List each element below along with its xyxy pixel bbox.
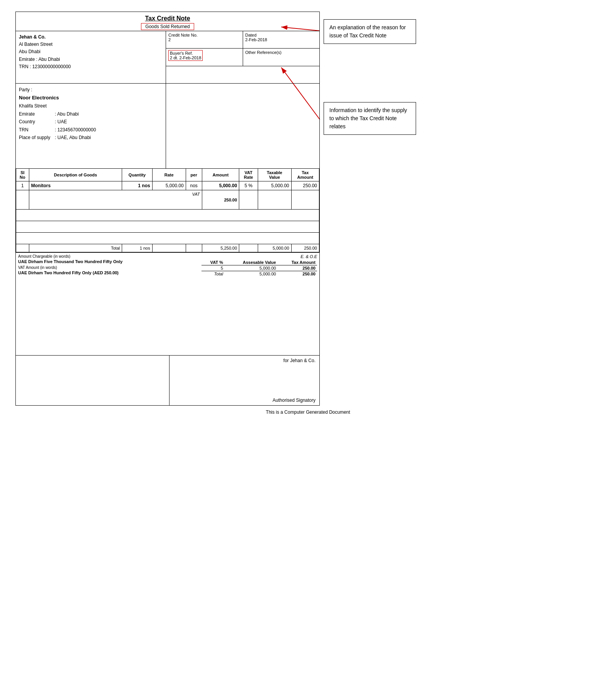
col-header-sl: SlNo [16,169,29,181]
total-taxable: 5,000.00 [258,244,291,252]
buyer-ref-value: 2 dt. 2-Feb-2018 [170,55,201,60]
document-header: Tax Credit Note Goods Sold Returned [16,12,319,31]
credit-note-info: Credit Note No. 2 Dated 2-Feb-2018 Buyer… [166,31,319,83]
item-vatrate: 5 % [239,181,258,190]
dated-cell: Dated 2-Feb-2018 [243,31,320,49]
item-qty: 1 nos [122,181,152,190]
party-country: Country : UAE [19,118,163,126]
seller-address1: Al Bateen Street [19,41,163,48]
document-area: Tax Credit Note Goods Sold Returned Jeha… [15,12,320,406]
annotation-2-text: Information to identify the supply to wh… [324,102,416,135]
spacer-row-1 [16,210,319,221]
party-right [166,84,319,168]
buyer-ref-row: Buyer's Ref. 2 dt. 2-Feb-2018 Other Refe… [166,49,319,66]
total-label: Total [29,244,122,252]
credit-note-no-row: Credit Note No. 2 Dated 2-Feb-2018 [166,31,319,49]
party-supply-value: : UAE, Abu Dhabi [55,135,91,140]
party-emirate-label: Emirate [19,110,54,118]
party-street: Khalifa Street [19,102,163,110]
col-header-per: per [186,169,202,181]
spacer-cell-3 [16,233,319,244]
amount-words: UAE Dirham Five Thousand Two Hundred Fif… [18,259,201,264]
buyer-ref-box: Buyer's Ref. 2 dt. 2-Feb-2018 [168,50,203,61]
vat-summary-header: VAT % Assesable Value Tax Amount [201,260,317,265]
party-emirate: Emirate : Abu Dhabi [19,110,163,118]
vat-rate-empty [239,190,258,210]
item-taxamt: 250.00 [291,181,319,190]
annotation-2-box: Information to identify the supply to wh… [324,102,416,135]
vat-taxable-empty [258,190,291,210]
item-taxable: 5,000.00 [258,181,291,190]
amount-words-label: Amount Chargeable (in words) [18,254,201,258]
spacer-cell-1 [16,210,319,221]
seller-info: Jehan & Co. Al Bateen Street Abu Dhabi E… [16,31,166,83]
col-header-taxamt: TaxAmount [291,169,319,181]
seller-emirate: Emirate : Abu Dhabi [19,56,163,63]
vat-summary-table: VAT % Assesable Value Tax Amount 5 5,000… [201,260,317,277]
total-vatrate-empty [239,244,258,252]
summary-right: E. & O.E VAT % Assesable Value Tax Amoun… [201,254,317,277]
tax-amount-value: 250.00 [277,265,317,271]
party-trn-label: TRN [19,126,54,134]
col-header-vatrate: VATRate [239,169,258,181]
dated-value: 2-Feb-2018 [245,37,317,42]
for-company: for Jehan & Co. [173,358,316,363]
sig-left [16,356,169,405]
vat-words: UAE Dirham Two Hundred Fifty Only (AED 2… [18,270,201,275]
sig-right: for Jehan & Co. Authorised Signatory [169,356,319,405]
buyer-ref-cell: Buyer's Ref. 2 dt. 2-Feb-2018 [166,49,243,66]
total-row: Total 1 nos 5,250.00 5,000.00 250.00 [16,244,319,252]
other-ref-label: Other Reference(s) [245,50,317,55]
col-header-qty: Quantity [122,169,152,181]
total-tax: 250.00 [291,244,319,252]
party-trn: TRN : 123456700000000 [19,126,163,134]
vat-pct-value: 5 [201,265,225,271]
vat-pct-header: VAT % [201,260,225,265]
table-row: 1 Monitors 1 nos 5,000.00 nos 5,000.00 5… [16,181,319,190]
col-header-amount: Amount [202,169,239,181]
vat-total-assesable: 5,000.00 [225,271,277,277]
summary-section: Amount Chargeable (in words) UAE Dirham … [16,252,319,278]
item-desc: Monitors [29,181,122,190]
items-table: SlNo Description of Goods Quantity Rate … [16,168,319,252]
party-supply-label: Place of supply [19,134,54,141]
party-left: Party : Noor Electronics Khalifa Street … [16,84,166,168]
vat-tax-empty [291,190,319,210]
assesable-value: 5,000.00 [225,265,277,271]
item-per: nos [186,181,202,190]
total-qty: 1 nos [122,244,152,252]
credit-note-no-value: 2 [168,37,240,42]
vat-row: VAT 250.00 [16,190,319,210]
credit-note-no-label: Credit Note No. [168,33,240,37]
table-header-row: SlNo Description of Goods Quantity Rate … [16,169,319,181]
document-subtitle: Goods Sold Returned [141,23,194,30]
credit-note-no-cell: Credit Note No. 2 [166,31,243,49]
item-amount: 5,000.00 [202,181,239,190]
party-name: Noor Electronics [19,94,163,102]
party-country-label: Country [19,118,54,126]
vat-amount: 250.00 [202,190,239,210]
buyer-ref-label: Buyer's Ref. [170,51,201,55]
party-supply: Place of supply : UAE, Abu Dhabi [19,134,163,141]
annotation-1-text: An explanation of the reason for issue o… [324,19,416,44]
vat-label: VAT [29,190,202,210]
vat-words-label: VAT Amount (in words) [18,265,201,270]
item-sl: 1 [16,181,29,190]
party-emirate-value: : Abu Dhabi [55,111,79,117]
vat-total-tax: 250.00 [277,271,317,277]
spacer-cell-2 [16,221,319,233]
vat-summary-total-row: Total 5,000.00 250.00 [201,271,317,277]
top-info-section: Jehan & Co. Al Bateen Street Abu Dhabi E… [16,31,319,83]
summary-left: Amount Chargeable (in words) UAE Dirham … [18,254,201,277]
total-rate-empty [152,244,186,252]
party-trn-value: : 123456700000000 [55,127,96,133]
col-header-rate: Rate [152,169,186,181]
dated-label: Dated [245,33,317,37]
annotation-1-box: An explanation of the reason for issue o… [324,19,416,44]
total-per-empty [186,244,202,252]
vat-total-label: Total [201,271,225,277]
seller-address2: Abu Dhabi [19,48,163,55]
party-country-value: : UAE [55,119,67,124]
party-label: Party : [19,86,163,94]
spacer-row-3 [16,233,319,244]
